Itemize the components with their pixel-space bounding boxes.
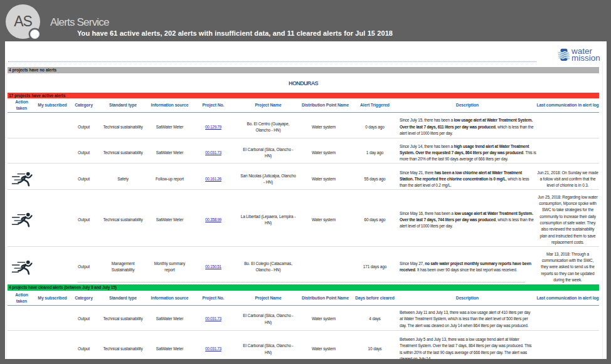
svg-text:mission: mission bbox=[571, 53, 600, 63]
